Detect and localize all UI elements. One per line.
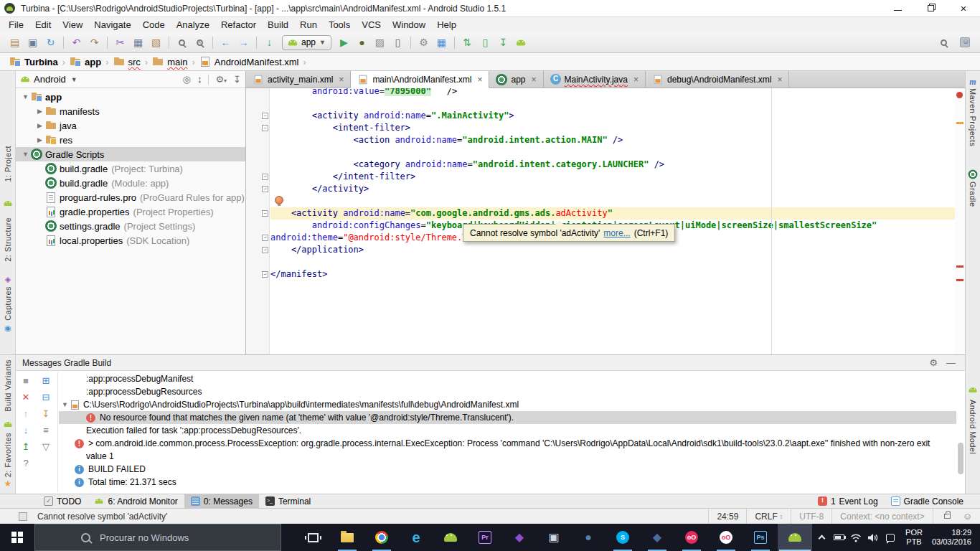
line-ending-selector[interactable]: CRLF↕: [746, 509, 791, 524]
replace-icon[interactable]: [191, 34, 209, 51]
tool-window-tab-0-messages[interactable]: 0: Messages: [184, 494, 259, 509]
close-tab-icon[interactable]: ×: [531, 75, 536, 85]
chevron-right-icon[interactable]: ▶: [34, 108, 45, 115]
edge-icon[interactable]: e: [399, 524, 433, 551]
settings-icon[interactable]: ⚙: [415, 34, 433, 51]
caret-position[interactable]: 24:59: [708, 509, 746, 524]
message-row[interactable]: iTotal time: 21.371 secs: [59, 476, 956, 489]
chevron-right-icon[interactable]: ▶: [34, 122, 45, 129]
message-row[interactable]: value 1: [59, 450, 956, 463]
chevron-down-icon[interactable]: ▼: [20, 151, 31, 158]
export-icon[interactable]: ↥: [22, 441, 30, 452]
intention-bulb-icon[interactable]: [275, 196, 283, 204]
android-studio-icon[interactable]: [433, 524, 468, 551]
breadcrumb-item-src[interactable]: src: [111, 56, 143, 67]
menu-run[interactable]: Run: [294, 18, 323, 32]
code-line[interactable]: [270, 256, 955, 268]
gear-icon[interactable]: ⚙: [929, 357, 938, 368]
tree-item-app[interactable]: ▼app: [16, 90, 245, 104]
scrollbar-thumb[interactable]: [958, 443, 963, 474]
message-row[interactable]: Execution failed for task ':app:processD…: [59, 424, 956, 437]
tool-window-switcher-icon[interactable]: [19, 512, 27, 521]
battery-icon[interactable]: [830, 524, 847, 551]
tree-item-res[interactable]: ▶res: [16, 133, 245, 147]
error-tooltip-more-link[interactable]: more...: [603, 228, 630, 238]
fold-marker[interactable]: ⌐: [262, 174, 268, 180]
code-line[interactable]: [270, 98, 955, 110]
fold-marker[interactable]: −: [262, 210, 268, 217]
tool-window-tab-terminal[interactable]: Terminal: [259, 494, 317, 509]
tree-item-gradle-scripts[interactable]: ▼Gradle Scripts: [16, 147, 245, 161]
code-line[interactable]: [270, 195, 955, 207]
tool-window-tab-gradle-console[interactable]: Gradle Console: [885, 494, 970, 509]
tree-item-gradle-properties-project-properties[interactable]: gradle.properties(Project Properties): [16, 204, 245, 219]
breadcrumb-item-androidmanifest-xml[interactable]: AndroidManifest.xml: [197, 57, 301, 67]
tab-app[interactable]: app×: [489, 71, 543, 88]
start-button[interactable]: [0, 524, 34, 551]
lock-icon[interactable]: [933, 509, 961, 524]
menu-code[interactable]: Code: [137, 18, 171, 32]
fold-marker[interactable]: −: [262, 125, 268, 131]
breadcrumb-item-turbina[interactable]: Turbina: [7, 56, 60, 67]
previous-message-icon[interactable]: ↑: [24, 408, 29, 419]
fold-marker[interactable]: ⌐: [262, 271, 268, 278]
error-stripe-mark[interactable]: [956, 279, 963, 281]
fold-marker[interactable]: ⌐: [262, 247, 268, 253]
postgresql-icon[interactable]: ●: [571, 524, 606, 551]
menu-navigate[interactable]: Navigate: [88, 18, 136, 32]
sidebar-item-maven-projects[interactable]: Maven Projects: [966, 88, 980, 146]
project-structure-icon[interactable]: ▦: [433, 34, 451, 51]
undo-icon[interactable]: ↶: [67, 34, 85, 51]
code-line[interactable]: <action android:name="android.intent.act…: [270, 134, 955, 146]
flickr-white-icon[interactable]: oO: [709, 524, 743, 551]
message-row[interactable]: !> com.android.ide.common.process.Proces…: [59, 437, 956, 450]
wifi-icon[interactable]: [847, 524, 864, 551]
virtualbox-icon[interactable]: ◆: [640, 524, 674, 551]
sort-lines-icon[interactable]: ↓: [260, 34, 278, 51]
premiere-icon[interactable]: Pr: [468, 524, 502, 551]
error-stripe-indicator[interactable]: [956, 92, 963, 98]
filter-icon[interactable]: ▽: [42, 441, 50, 452]
collapse-all-icon[interactable]: ⊟: [42, 392, 50, 402]
taskbar-search-input[interactable]: Procurar no Windows: [34, 524, 281, 551]
code-line[interactable]: </activity>: [270, 183, 955, 195]
menu-analyze[interactable]: Analyze: [171, 18, 215, 32]
restore-button[interactable]: [914, 0, 947, 17]
menu-vcs[interactable]: VCS: [356, 18, 387, 32]
code-line[interactable]: </application>: [270, 244, 955, 256]
menu-build[interactable]: Build: [262, 18, 294, 32]
message-row[interactable]: :app:processDebugResources: [59, 385, 956, 398]
find-icon[interactable]: [173, 34, 191, 51]
task-view-icon[interactable]: [296, 524, 330, 551]
soft-wrap-icon[interactable]: ≡: [43, 425, 49, 435]
avd-manager-icon[interactable]: ▯: [476, 34, 494, 51]
gear-icon[interactable]: ⚙▾: [215, 74, 227, 85]
inspections-hector-icon[interactable]: ☺: [961, 509, 980, 524]
sidebar-item-gradle[interactable]: Gradle: [966, 182, 980, 207]
file-explorer-icon[interactable]: [330, 524, 364, 551]
menu-tools[interactable]: Tools: [323, 18, 356, 32]
menu-edit[interactable]: Edit: [29, 18, 57, 32]
tray-chevron-up-icon[interactable]: [813, 524, 830, 551]
tool-window-tab-todo[interactable]: TODO: [37, 494, 88, 509]
sidebar-item-project[interactable]: 1: Project: [0, 146, 16, 182]
language-indicator[interactable]: POR PTB: [899, 528, 929, 547]
menu-help[interactable]: Help: [431, 18, 462, 32]
tab-activity-main-xml[interactable]: activity_main.xml×: [246, 71, 351, 88]
tab-main-androidmanifest-xml[interactable]: main\AndroidManifest.xml×: [351, 71, 489, 88]
tree-item-settings-gradle-project-settings[interactable]: settings.gradle(Project Settings): [16, 219, 245, 233]
paste-icon[interactable]: ▧: [147, 34, 165, 51]
photoshop-icon[interactable]: Ps: [743, 524, 778, 551]
code-line[interactable]: <intent-filter>: [270, 122, 955, 134]
tree-item-build-gradle-project-turbina[interactable]: build.gradle(Project: Turbina): [16, 161, 245, 176]
code-line[interactable]: </intent-filter>: [270, 171, 955, 183]
tree-item-java[interactable]: ▶java: [16, 118, 245, 133]
encoding-selector[interactable]: UTF-8: [791, 509, 831, 524]
menu-window[interactable]: Window: [387, 18, 431, 32]
tool-window-tab-event-log[interactable]: 1Event Log: [811, 494, 885, 509]
save-icon[interactable]: ▣: [24, 34, 42, 51]
menu-refactor[interactable]: Refactor: [215, 18, 262, 32]
code-line[interactable]: <category android:name="android.intent.c…: [270, 159, 955, 171]
run-config-dropdown[interactable]: app▼: [282, 35, 331, 50]
pin-icon[interactable]: ↧: [233, 74, 241, 85]
